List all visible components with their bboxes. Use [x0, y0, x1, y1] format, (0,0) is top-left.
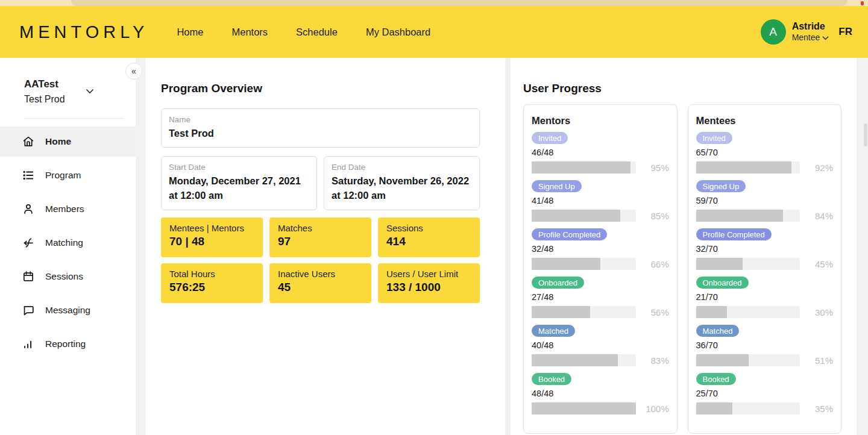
stage-percent: 66%: [644, 259, 669, 269]
program-selector[interactable]: AATest Test Prod: [0, 58, 136, 106]
stage-mentees-invited: Invited 65/70 92%: [696, 132, 834, 174]
name-label: Name: [169, 115, 472, 124]
user-block: Astride Mentee: [792, 20, 829, 43]
stage-percent: 100%: [644, 404, 669, 414]
stage-percent: 30%: [808, 307, 833, 318]
progress-bar: [696, 402, 800, 415]
stat-card-matches: Matches 97: [269, 218, 371, 257]
stage-count: 40/48: [532, 340, 669, 350]
sidebar-item-label: Program: [45, 170, 81, 181]
end-date-field: End Date Saturday, November 26, 2022 at …: [324, 156, 480, 210]
sidebar-item-label: Reporting: [45, 339, 86, 349]
bar-fill: [696, 161, 792, 174]
stat-label: Sessions: [386, 223, 471, 233]
stat-card-user-limit: Users / User Limit 133 / 1000: [378, 263, 480, 303]
progress-bar: [532, 354, 636, 366]
stage-badge: Signed Up: [532, 180, 582, 192]
stage-badge: Onboarded: [696, 277, 749, 289]
user-role-label: Mentee: [792, 33, 820, 43]
stage-percent: 84%: [808, 211, 833, 221]
sidebar-item-matching[interactable]: Matching: [0, 228, 136, 258]
bar-fill: [532, 354, 618, 366]
chevron-down-icon: [822, 36, 829, 40]
progress-bar: [532, 258, 636, 270]
progress-bar: [532, 161, 636, 174]
stage-count: 25/70: [696, 389, 834, 398]
sidebar-menu: Home Program Members Matching Sessions: [0, 127, 136, 359]
sidebar-item-label: Home: [45, 136, 71, 147]
stats-grid: Mentees | Mentors 70 | 48 Matches 97 Ses…: [161, 218, 480, 303]
mentorly-logo: MENTORLY: [19, 22, 148, 42]
language-switcher[interactable]: FR: [838, 26, 852, 38]
user-role-dropdown[interactable]: Mentee: [792, 33, 829, 43]
sidebar-item-home[interactable]: Home: [0, 127, 136, 157]
progress-bar: [696, 354, 800, 366]
avatar[interactable]: A: [761, 19, 786, 45]
progress-bar: [696, 161, 800, 174]
stat-card-sessions: Sessions 414: [378, 218, 480, 257]
bar-fill: [696, 306, 728, 318]
nav-link-schedule[interactable]: Schedule: [296, 27, 338, 38]
stage-badge: Booked: [696, 373, 736, 385]
progress-bar: [532, 210, 636, 222]
user-progress-panel: User Progress Mentors Invited 46/48 95% …: [511, 58, 857, 435]
stat-value: 70 | 48: [169, 235, 254, 248]
sidebar-item-sessions[interactable]: Sessions: [0, 261, 136, 292]
stage-badge: Matched: [532, 325, 575, 337]
vertical-scrollbar[interactable]: [864, 124, 867, 146]
sidebar-item-reporting[interactable]: Reporting: [0, 329, 136, 359]
end-date-value: Saturday, November 26, 2022 at 12:00 am: [332, 174, 472, 203]
program-name-field: Name Test Prod: [161, 108, 480, 148]
stat-value: 133 / 1000: [386, 281, 471, 294]
person-icon: [22, 202, 35, 216]
stage-percent: 95%: [644, 163, 669, 173]
stage-percent: 92%: [808, 163, 833, 173]
stage-badge: Profile Completed: [532, 228, 607, 240]
user-name: Astride: [792, 20, 829, 33]
nav-links: Home Mentors Schedule My Dashboard: [177, 27, 430, 38]
sidebar-collapse-button[interactable]: «: [125, 63, 142, 80]
stage-mentors-booked: Booked 48/48 100%: [532, 373, 669, 415]
nav-link-mentors[interactable]: Mentors: [231, 27, 268, 38]
program-name: Test Prod: [24, 92, 65, 106]
stage-badge: Invited: [532, 132, 568, 144]
stage-mentors-profile-completed: Profile Completed 32/48 66%: [532, 228, 669, 270]
sidebar-item-program[interactable]: Program: [0, 160, 136, 190]
sidebar-item-label: Members: [45, 204, 84, 214]
progress-bar: [696, 210, 800, 222]
sidebar-item-members[interactable]: Members: [0, 194, 136, 224]
stat-card-total-hours: Total Hours 576:25: [161, 263, 263, 303]
sidebar-item-label: Messaging: [45, 305, 90, 316]
chat-icon: [22, 304, 35, 317]
program-overview-title: Program Overview: [161, 82, 480, 95]
stat-label: Matches: [278, 223, 363, 233]
stage-percent: 85%: [644, 211, 669, 221]
browser-urlbar-sliver: [71, 0, 848, 6]
bar-fill: [696, 354, 749, 366]
calendar-icon: [22, 270, 35, 283]
stage-count: 46/48: [532, 148, 669, 157]
start-date-value: Monday, December 27, 2021 at 12:00 am: [169, 174, 309, 203]
start-date-label: Start Date: [169, 163, 309, 172]
stage-badge: Invited: [696, 132, 732, 144]
browser-chrome-strip: [0, 0, 868, 6]
nav-link-home[interactable]: Home: [177, 27, 203, 38]
nav-link-my-dashboard[interactable]: My Dashboard: [366, 27, 430, 38]
sidebar: « AATest Test Prod Home Program Members: [0, 58, 136, 435]
stage-mentors-signed-up: Signed Up 41/48 85%: [532, 180, 669, 222]
sidebar-item-messaging[interactable]: Messaging: [0, 295, 136, 325]
sidebar-item-label: Matching: [45, 237, 83, 248]
stat-card-mentees-mentors: Mentees | Mentors 70 | 48: [161, 218, 263, 257]
stat-value: 45: [278, 281, 363, 294]
browser-extension-icon: [861, 1, 864, 5]
progress-bar: [532, 402, 636, 415]
org-name: AATest: [24, 77, 65, 92]
stage-badge: Profile Completed: [696, 228, 772, 240]
mentors-card-title: Mentors: [532, 115, 669, 127]
bar-chart-icon: [22, 337, 35, 351]
stage-count: 36/70: [696, 340, 834, 350]
list-icon: [22, 169, 35, 182]
name-value: Test Prod: [169, 127, 472, 141]
stat-label: Users / User Limit: [386, 269, 471, 279]
stage-badge: Booked: [532, 373, 571, 385]
